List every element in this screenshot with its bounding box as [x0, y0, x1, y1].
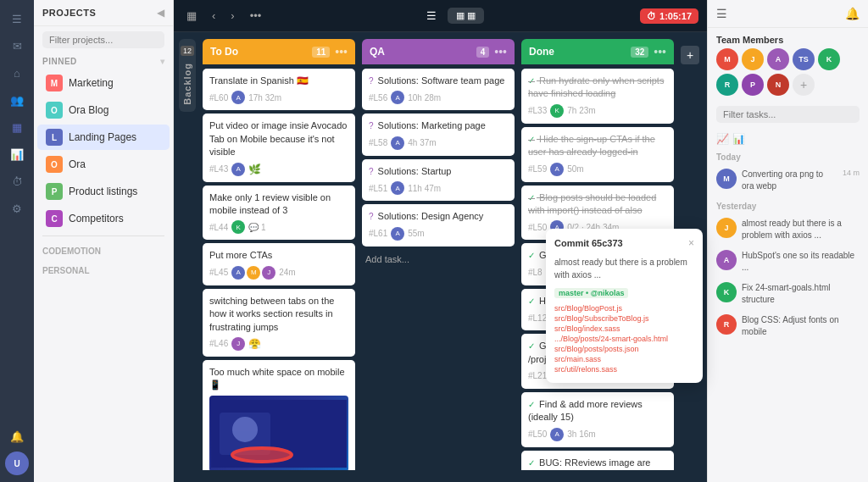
- landingpages-icon: L: [46, 129, 63, 146]
- card-id: #L21: [528, 371, 547, 380]
- member-avatar[interactable]: N: [767, 74, 789, 96]
- member-avatar[interactable]: R: [716, 74, 738, 96]
- member-avatar[interactable]: TS: [793, 48, 815, 70]
- add-member-btn[interactable]: +: [793, 74, 815, 96]
- commit-popup: Commit 65c373 × almost ready but there i…: [546, 229, 703, 383]
- card-id: #L58: [369, 138, 387, 147]
- card-hydrate[interactable]: ✓ Run hydrate only when scripts have fin…: [521, 69, 674, 124]
- qa-col-menu[interactable]: •••: [494, 45, 507, 58]
- todo-col-menu[interactable]: •••: [335, 45, 348, 58]
- card-software-team[interactable]: ? Solutions: Software team page #L56 A 1…: [362, 69, 515, 110]
- search-input[interactable]: [42, 31, 164, 48]
- card-design-agency[interactable]: ? Solutions: Design Agency #L61 A 55m: [362, 204, 515, 246]
- card-whitespace-mobile[interactable]: Too much white space on mobile 📱 #L47 M: [203, 360, 355, 470]
- card-id: #L44: [209, 223, 228, 232]
- board-icon[interactable]: ▦: [5, 115, 29, 139]
- member-avatar[interactable]: M: [716, 48, 738, 70]
- card-meta: #L51 A 11h 47m: [369, 181, 508, 195]
- card-signup-ctas[interactable]: ✓ Hide the sign-up CTAs if the user has …: [521, 127, 674, 182]
- notification-icon[interactable]: 🔔: [5, 424, 29, 448]
- team-icon[interactable]: 👥: [5, 88, 29, 112]
- activity-item-blog-css: R Blog CSS: Adjust fonts on mobile: [708, 310, 868, 342]
- timer-badge[interactable]: ⏱ 1:05:17: [640, 8, 698, 24]
- member-avatar[interactable]: P: [742, 74, 764, 96]
- card-title: Translate in Spanish 🇪🇸: [209, 75, 348, 87]
- activity-avatar: K: [716, 282, 737, 302]
- hamburger-icon[interactable]: ☰: [5, 7, 29, 30]
- card-id: #L46: [209, 339, 228, 348]
- board-view-btn[interactable]: ▦ ▦: [448, 8, 484, 24]
- qa-col-cards: ? Solutions: Software team page #L56 A 1…: [362, 69, 515, 273]
- backlog-column: 12 Backlog: [179, 39, 196, 112]
- card-translate-spanish[interactable]: Translate in Spanish 🇪🇸 #L60 A 17h 32m: [203, 69, 355, 110]
- card-avatar: M: [247, 266, 260, 280]
- activity-item-smart-goals: K Fix 24-smart-goals.html structure: [708, 278, 868, 310]
- sidebar-item-marketing[interactable]: M Marketing: [37, 70, 170, 96]
- card-meta: #L43 A 🌿: [209, 163, 348, 176]
- chart-icon[interactable]: 📊: [5, 142, 29, 166]
- back-btn[interactable]: ‹: [208, 7, 220, 25]
- clock-icon[interactable]: ⏱: [5, 169, 29, 193]
- card-id: #L59: [528, 164, 547, 174]
- sidebar-item-ora[interactable]: O Ora: [37, 152, 170, 177]
- commit-file: .../Blog/posts/24-smart-goals.html: [554, 334, 694, 344]
- member-avatar[interactable]: J: [742, 48, 764, 70]
- card-startup[interactable]: ? Solutions: Startup #L51 A 11h 47m: [362, 159, 515, 201]
- list-view-btn[interactable]: ☰: [422, 7, 441, 25]
- member-avatar[interactable]: K: [818, 48, 840, 70]
- settings-icon[interactable]: ⚙: [5, 197, 29, 220]
- commit-file: src/Blog/posts/posts.json: [554, 344, 694, 354]
- forward-btn[interactable]: ›: [226, 7, 238, 25]
- activity-item-hubspot: A HubSpot's one so its readable ...: [708, 246, 868, 278]
- hamburger-right-icon[interactable]: ☰: [716, 7, 727, 20]
- timer-icon: ⏱: [647, 11, 656, 21]
- productlistings-icon: P: [46, 183, 63, 200]
- collapse-pinned-icon[interactable]: ▾: [160, 57, 165, 66]
- done-col-header: Done 32 •••: [521, 39, 674, 64]
- activity-item-axios: J almost ready but there is a problem wi…: [708, 213, 868, 246]
- tasks-search-input[interactable]: [716, 106, 860, 123]
- sidebar-item-competitors[interactable]: C Competitors: [37, 206, 170, 231]
- competitors-icon: C: [46, 210, 63, 227]
- done-col-count: 32: [631, 47, 648, 58]
- todo-col-count: 11: [312, 47, 330, 58]
- yesterday-label: Yesterday: [708, 197, 868, 213]
- todo-col-title: To Do: [210, 46, 307, 58]
- more-btn[interactable]: •••: [246, 7, 266, 25]
- member-avatar[interactable]: A: [767, 48, 789, 70]
- card-id: #L50: [528, 429, 547, 439]
- card-video-mobile[interactable]: Put video or image insie Avocado Tab on …: [203, 114, 355, 181]
- home-icon[interactable]: ⌂: [5, 61, 29, 85]
- activity-text: Fix 24-smart-goals.html structure: [742, 282, 860, 306]
- card-id: #L8: [528, 268, 542, 277]
- activity-avatar: A: [716, 250, 737, 270]
- card-find-reviews[interactable]: ✓ Find & add more reviews (ideally 15) #…: [521, 392, 674, 447]
- commit-branch-tag: master • @nikolas: [554, 288, 628, 298]
- today-label: Today: [708, 147, 868, 164]
- card-title: ✓ Blog posts should be loaded with impor…: [528, 191, 667, 218]
- backlog-count: 12: [181, 46, 194, 56]
- card-avatar: K: [550, 104, 564, 118]
- card-review-mobile[interactable]: Make only 1 review visible on mobile ins…: [203, 186, 355, 241]
- sidebar-item-landingpages[interactable]: L Landing Pages: [37, 125, 170, 150]
- card-tabs-frustrating[interactable]: switching between tabs on the how it wor…: [203, 289, 355, 357]
- add-task-qa[interactable]: Add task...: [362, 250, 515, 269]
- user-avatar[interactable]: U: [5, 452, 29, 475]
- add-column-btn[interactable]: +: [681, 46, 699, 64]
- todo-col-cards: Translate in Spanish 🇪🇸 #L60 A 17h 32m P…: [203, 69, 355, 470]
- card-bug-reviews[interactable]: ✓ BUG: RReviews image are duplicated for…: [521, 451, 674, 470]
- sidebar-item-productlistings[interactable]: P Product listings: [37, 179, 170, 204]
- inbox-icon[interactable]: ✉: [5, 34, 29, 58]
- done-col-menu[interactable]: •••: [654, 45, 666, 58]
- commit-file: src/main.sass: [554, 354, 694, 364]
- commit-popup-close-btn[interactable]: ×: [688, 237, 694, 249]
- card-avatar: A: [231, 91, 245, 104]
- sidebar: PROJECTS ◀ PINNED ▾ M Marketing O Ora Bl…: [34, 0, 174, 482]
- collapse-icon[interactable]: ◀: [157, 7, 164, 19]
- bell-icon[interactable]: 🔔: [845, 7, 860, 20]
- card-marketing-page[interactable]: ? Solutions: Marketing page #L58 A 4h 37…: [362, 114, 515, 155]
- sidebar-item-orablog[interactable]: O Ora Blog: [37, 97, 170, 123]
- card-more-ctas[interactable]: Put more CTAs #L45 A M J 24m: [203, 243, 355, 285]
- sidebar-toggle-btn[interactable]: ▦: [182, 7, 201, 25]
- card-title: switching between tabs on the how it wor…: [209, 295, 348, 334]
